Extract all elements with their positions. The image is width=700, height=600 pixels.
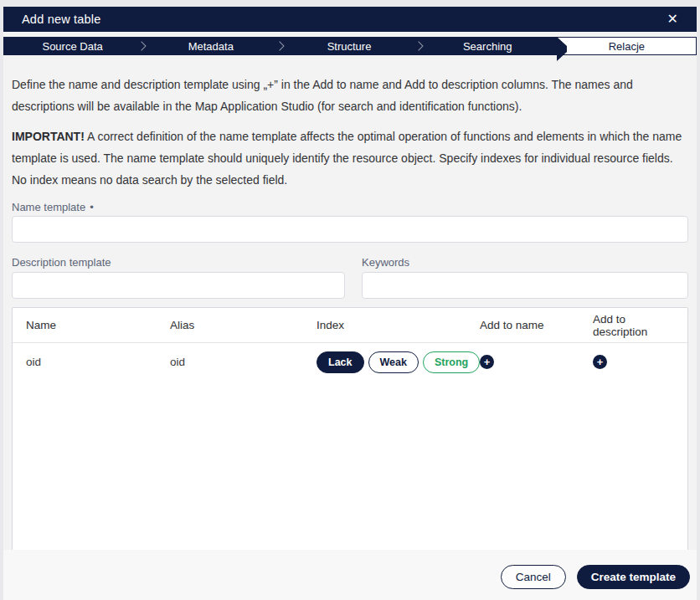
step-metadata[interactable]: Metadata xyxy=(142,37,280,55)
keywords-input[interactable] xyxy=(362,272,688,299)
step-label: Metadata xyxy=(188,40,234,53)
required-dot-icon: • xyxy=(90,201,94,213)
add-to-description-button[interactable]: + xyxy=(593,355,607,369)
description-template-field: Description template xyxy=(12,243,345,299)
step-relacje[interactable]: Relacje xyxy=(557,37,697,55)
name-template-label-text: Name template xyxy=(12,201,85,213)
keywords-label: Keywords xyxy=(362,256,688,269)
index-weak-button[interactable]: Weak xyxy=(368,351,419,373)
table-header-row: Name Alias Index Add to name Add to desc… xyxy=(13,308,687,343)
index-lack-button[interactable]: Lack xyxy=(317,351,364,373)
step-label: Source Data xyxy=(42,40,102,53)
description-template-input[interactable] xyxy=(12,272,345,299)
close-icon: ✕ xyxy=(667,12,678,26)
step-label: Structure xyxy=(327,40,372,53)
name-template-input[interactable] xyxy=(12,216,688,243)
cell-name: oid xyxy=(26,356,170,368)
close-button[interactable]: ✕ xyxy=(664,11,682,28)
name-template-label: Name template • xyxy=(12,201,688,213)
add-to-name-button[interactable]: + xyxy=(480,355,494,369)
cell-add-to-description: + xyxy=(593,355,674,369)
step-searching[interactable]: Searching xyxy=(419,37,557,55)
fields-table: Name Alias Index Add to name Add to desc… xyxy=(12,307,688,550)
cancel-button[interactable]: Cancel xyxy=(501,565,566,589)
page-background: Add new table ✕ Source Data Metadata Str… xyxy=(0,0,700,600)
step-source-data[interactable]: Source Data xyxy=(3,37,142,55)
plus-icon: + xyxy=(484,356,491,367)
form-row: Description template Keywords xyxy=(12,243,688,299)
description-template-label: Description template xyxy=(12,256,345,269)
step-label: Searching xyxy=(463,40,512,53)
column-header-index: Index xyxy=(317,319,480,331)
wizard-stepper: Source Data Metadata Structure Searching… xyxy=(3,37,697,55)
keywords-field: Keywords xyxy=(362,243,688,299)
column-header-name: Name xyxy=(26,319,170,331)
index-strong-button[interactable]: Strong xyxy=(423,351,480,373)
important-paragraph: IMPORTANT! A correct definition of the n… xyxy=(12,126,688,191)
important-label: IMPORTANT! xyxy=(12,130,85,143)
important-text: A correct definition of the name templat… xyxy=(12,130,682,187)
intro-paragraph: Define the name and description template… xyxy=(12,74,688,117)
column-header-add-to-name: Add to name xyxy=(480,319,593,331)
step-label: Relacje xyxy=(609,40,645,53)
plus-icon: + xyxy=(597,356,604,367)
column-header-alias: Alias xyxy=(170,319,317,331)
cell-alias: oid xyxy=(170,356,317,368)
dialog-title: Add new table xyxy=(22,13,101,26)
cell-add-to-name: + xyxy=(480,355,593,369)
column-header-add-to-description: Add to description xyxy=(593,313,674,338)
step-structure[interactable]: Structure xyxy=(280,37,418,55)
dialog-footer: Cancel Create template xyxy=(3,550,697,600)
dialog-titlebar: Add new table ✕ xyxy=(3,7,697,32)
create-template-button[interactable]: Create template xyxy=(577,565,690,589)
table-row: oid oid Lack Weak Strong + + xyxy=(13,343,687,381)
add-new-table-dialog: Add new table ✕ Source Data Metadata Str… xyxy=(3,7,697,600)
dialog-content: Define the name and description template… xyxy=(3,55,697,550)
cell-index: Lack Weak Strong xyxy=(317,351,480,373)
